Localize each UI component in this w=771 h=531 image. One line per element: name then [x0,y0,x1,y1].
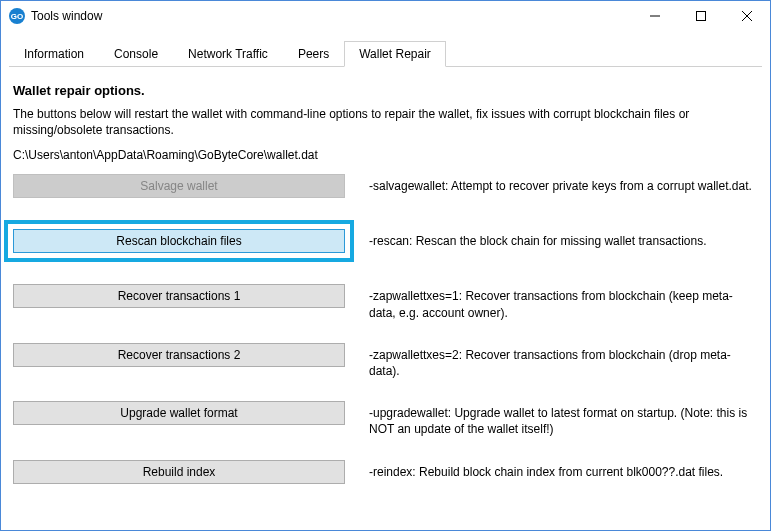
option-recover1: Recover transactions 1 -zapwallettxes=1:… [13,284,758,320]
tab-peers[interactable]: Peers [283,41,344,67]
option-recover2: Recover transactions 2 -zapwallettxes=2:… [13,343,758,379]
tab-network-traffic[interactable]: Network Traffic [173,41,283,67]
recover-transactions-2-button[interactable]: Recover transactions 2 [13,343,345,367]
highlight-box: Rescan blockchain files [4,220,354,262]
svg-rect-1 [697,12,706,21]
tab-information[interactable]: Information [9,41,99,67]
tools-window: GO Tools window Information Console Netw… [0,0,771,531]
rebuild-index-desc: -reindex: Rebuild block chain index from… [345,460,758,480]
rebuild-index-button[interactable]: Rebuild index [13,460,345,484]
salvage-wallet-button: Salvage wallet [13,174,345,198]
option-upgrade: Upgrade wallet format -upgradewallet: Up… [13,401,758,437]
option-salvage: Salvage wallet -salvagewallet: Attempt t… [13,174,758,198]
recover-transactions-1-desc: -zapwallettxes=1: Recover transactions f… [345,284,758,320]
recover-transactions-1-button[interactable]: Recover transactions 1 [13,284,345,308]
option-rescan: Rescan blockchain files -rescan: Rescan … [13,220,758,262]
tab-bar: Information Console Network Traffic Peer… [9,41,762,67]
wallet-path: C:\Users\anton\AppData\Roaming\GoByteCor… [13,148,758,162]
wallet-repair-page: Wallet repair options. The buttons below… [9,67,762,488]
app-icon: GO [9,8,25,24]
option-reindex: Rebuild index -reindex: Rebuild block ch… [13,460,758,484]
window-content: Information Console Network Traffic Peer… [1,31,770,530]
upgrade-wallet-desc: -upgradewallet: Upgrade wallet to latest… [345,401,758,437]
salvage-wallet-desc: -salvagewallet: Attempt to recover priva… [345,174,758,194]
upgrade-wallet-button[interactable]: Upgrade wallet format [13,401,345,425]
titlebar: GO Tools window [1,1,770,31]
tab-wallet-repair[interactable]: Wallet Repair [344,41,446,67]
page-heading: Wallet repair options. [13,83,758,98]
page-intro: The buttons below will restart the walle… [13,106,758,138]
recover-transactions-2-desc: -zapwallettxes=2: Recover transactions f… [345,343,758,379]
maximize-button[interactable] [678,1,724,31]
window-controls [632,1,770,31]
tab-console[interactable]: Console [99,41,173,67]
rescan-blockchain-desc: -rescan: Rescan the block chain for miss… [345,220,758,249]
close-button[interactable] [724,1,770,31]
minimize-button[interactable] [632,1,678,31]
rescan-blockchain-button[interactable]: Rescan blockchain files [13,229,345,253]
window-title: Tools window [31,9,632,23]
